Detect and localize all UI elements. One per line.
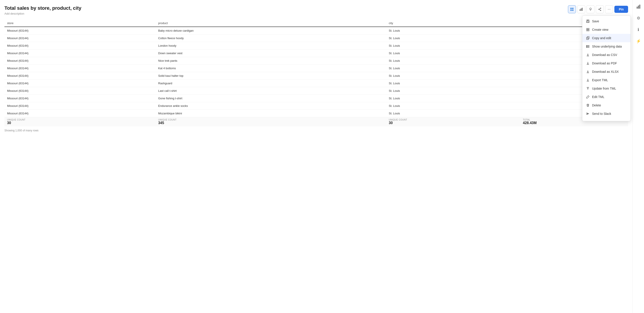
update_tml-label: Update from TML (592, 87, 616, 90)
table-cell: Kat 4 bottoms (156, 65, 386, 72)
table-view-button[interactable] (568, 5, 576, 13)
svg-rect-21 (586, 30, 588, 31)
svg-line-12 (599, 10, 600, 10)
download_pdf-icon (586, 61, 590, 65)
sidebar-lightning-icon[interactable]: ⚡ (634, 37, 642, 45)
table-cell: Missouri (63144) (4, 110, 156, 117)
svg-rect-17 (587, 20, 588, 21)
table-cell: St. Louis (386, 72, 520, 80)
header-row: store product city Total sales (4, 20, 628, 27)
dropdown-item-create_view[interactable]: Create view (582, 26, 630, 34)
send_to_slack-label: Send to Slack (592, 112, 611, 115)
sidebar-gear-icon[interactable]: ⚙ (634, 14, 642, 22)
table-cell: Mozambique bikini (156, 110, 386, 117)
page-title: Total sales by store, product, city (4, 5, 81, 11)
dropdown-item-show_underlying_data[interactable]: Show underlying data (582, 42, 630, 51)
table-row: Missouri (63144)Down sweater vestSt. Lou… (4, 50, 628, 57)
sidebar-info-icon[interactable]: ℹ (634, 26, 642, 34)
table-cell: Missouri (63144) (4, 102, 156, 110)
dropdown-item-update_tml[interactable]: Update from TML (582, 84, 630, 93)
svg-rect-24 (586, 37, 588, 40)
delete-icon (586, 103, 590, 107)
svg-rect-2 (570, 10, 572, 11)
table-cell: Baby micro deluxe cardigan (156, 27, 386, 35)
table-cell: St. Louis (386, 42, 520, 50)
pin-button[interactable]: Pin (614, 6, 628, 13)
dropdown-item-copy_and_edit[interactable]: Copy and edit (582, 34, 630, 42)
title-section: Total sales by store, product, city Add … (4, 5, 81, 15)
summary-store: UNIQUE COUNT 30 (4, 117, 156, 127)
table-cell: St. Louis (386, 80, 520, 87)
table-row: Missouri (63144)Baby micro deluxe cardig… (4, 27, 628, 35)
svg-rect-27 (586, 47, 590, 48)
share-button[interactable] (596, 5, 604, 13)
table-cell: London hoody (156, 42, 386, 50)
page-header: Total sales by store, product, city Add … (4, 5, 628, 15)
table-row: Missouri (63144)Cotton fleece hoodySt. L… (4, 35, 628, 42)
svg-point-9 (599, 9, 599, 10)
table-body: Missouri (63144)Baby micro deluxe cardig… (4, 27, 628, 117)
svg-rect-19 (586, 28, 588, 30)
city-summary-label: UNIQUE COUNT (389, 119, 518, 121)
dropdown-item-download_xlsx[interactable]: Download as XLSX (582, 68, 630, 76)
total-sales-summary-value: 428.43M (523, 121, 626, 125)
table-row: Missouri (63144)Last call t-shirtSt. Lou… (4, 87, 628, 95)
table-cell: Missouri (63144) (4, 95, 156, 102)
update_tml-icon (586, 87, 590, 91)
col-header-store: store (4, 20, 156, 27)
svg-rect-20 (588, 28, 589, 30)
dropdown-item-export_tml[interactable]: Export TML (582, 76, 630, 84)
save-label: Save (592, 20, 599, 23)
dropdown-item-edit_tml[interactable]: Edit TML (582, 93, 630, 101)
store-summary-value: 30 (7, 121, 153, 125)
svg-rect-3 (572, 10, 574, 11)
table-header: store product city Total sales (4, 20, 628, 27)
dropdown-item-download_csv[interactable]: Download as CSV (582, 51, 630, 59)
table-cell: St. Louis (386, 95, 520, 102)
dropdown-item-save[interactable]: Save (582, 17, 630, 26)
table-cell: Last call t-shirt (156, 87, 386, 95)
dropdown-item-delete[interactable]: Delete (582, 101, 630, 110)
table-cell: Missouri (63144) (4, 57, 156, 65)
table-cell: Missouri (63144) (4, 27, 156, 35)
table-cell: Nice trek pants (156, 57, 386, 65)
store-summary-label: UNIQUE COUNT (7, 119, 153, 121)
insights-button[interactable] (586, 5, 594, 13)
table-cell: Gone fishing t-shirt (156, 95, 386, 102)
table-row: Missouri (63144)Endurance ankle socksSt.… (4, 102, 628, 110)
svg-point-7 (590, 8, 592, 10)
toolbar: ··· Pin (568, 5, 628, 13)
copy_and_edit-label: Copy and edit (592, 36, 611, 40)
dropdown-item-download_pdf[interactable]: Download as PDF (582, 59, 630, 68)
table-cell: Endurance ankle socks (156, 102, 386, 110)
table-cell: Missouri (63144) (4, 50, 156, 57)
table-row: Missouri (63144)RashguardSt. Louis30.3K (4, 80, 628, 87)
svg-rect-14 (638, 6, 639, 9)
table-footer: UNIQUE COUNT 30 UNIQUE COUNT 345 UNIQUE … (4, 117, 628, 127)
svg-rect-6 (582, 8, 582, 11)
svg-line-11 (599, 9, 600, 9)
svg-point-10 (600, 10, 601, 11)
product-summary-label: UNIQUE COUNT (158, 119, 383, 121)
sidebar-chart-icon[interactable] (634, 3, 642, 11)
svg-rect-1 (572, 8, 574, 9)
add-description-link[interactable]: Add description (4, 12, 81, 15)
table-row: Missouri (63144)Nice trek pantsSt. Louis… (4, 57, 628, 65)
edit_tml-icon (586, 95, 590, 99)
more-options-button[interactable]: ··· (605, 5, 613, 13)
edit_tml-label: Edit TML (592, 95, 604, 99)
create_view-icon (586, 28, 590, 32)
svg-rect-0 (570, 8, 572, 9)
table-cell: Missouri (63144) (4, 42, 156, 50)
svg-rect-28 (586, 45, 587, 48)
table-row: Missouri (63144)Solid kaui halter topSt.… (4, 72, 628, 80)
content-area: Total sales by store, product, city Add … (0, 0, 632, 313)
svg-rect-4 (580, 9, 580, 11)
summary-product: UNIQUE COUNT 345 (156, 117, 386, 127)
table-cell: St. Louis (386, 50, 520, 57)
show_underlying_data-icon (586, 45, 590, 49)
chart-view-button[interactable] (577, 5, 585, 13)
summary-city: UNIQUE COUNT 30 (386, 117, 520, 127)
dropdown-item-send_to_slack[interactable]: Send to Slack (582, 110, 630, 118)
table-cell: Missouri (63144) (4, 35, 156, 42)
